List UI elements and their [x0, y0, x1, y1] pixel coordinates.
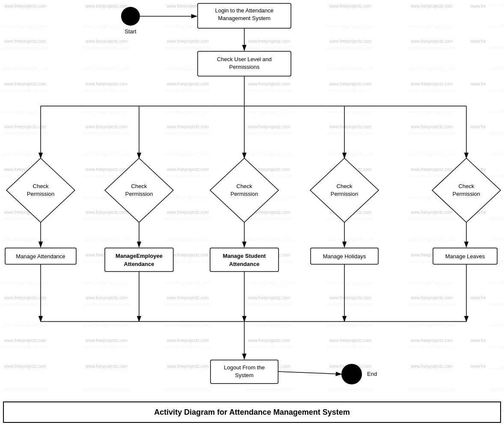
- svg-text:www.freeprojectz.com: www.freeprojectz.com: [85, 338, 127, 343]
- svg-text:www.freeprojectz.com: www.freeprojectz.com: [166, 338, 209, 343]
- start-node: [121, 7, 140, 26]
- svg-text:www.fre: www.fre: [470, 338, 486, 343]
- svg-text:www.freeprojectz.com: www.freeprojectz.com: [248, 82, 290, 86]
- svg-text:www.fre: www.fre: [470, 295, 486, 300]
- diamond2-text1: Check: [131, 183, 147, 189]
- svg-text:www.freeprojectz.com: www.freeprojectz.com: [410, 338, 453, 343]
- svg-text:www.freeprojectz.com: www.freeprojectz.com: [329, 82, 371, 86]
- svg-text:www.freeprojectz.com: www.freeprojectz.com: [410, 210, 453, 215]
- svg-text:www.freeprojectz.com: www.freeprojectz.com: [410, 167, 453, 172]
- manage-employee-box: [105, 248, 173, 272]
- svg-text:www.freeprojectz.com: www.freeprojectz.com: [166, 82, 209, 86]
- watermark: www.freeprojectz.com: [410, 4, 453, 9]
- svg-text:www.fre: www.fre: [470, 364, 486, 369]
- svg-text:www.freeprojectz.com: www.freeprojectz.com: [166, 295, 209, 300]
- diamond3-text2: Permission: [231, 191, 258, 197]
- diagram-area: www.freeprojectz.com www.freeprojectz.co…: [0, 0, 504, 425]
- logout-text2: System: [235, 372, 253, 378]
- svg-text:www.fre: www.fre: [470, 82, 486, 86]
- svg-text:www.freeprojectz.com: www.freeprojectz.com: [4, 295, 46, 300]
- svg-text:www.freeprojectz.com: www.freeprojectz.com: [85, 295, 127, 300]
- svg-text:www.freeprojectz.com: www.freeprojectz.com: [85, 124, 127, 129]
- diamond1-text1: Check: [33, 183, 49, 189]
- svg-text:www.freeprojectz.com: www.freeprojectz.com: [85, 210, 127, 215]
- svg-text:www.freeprojectz.com: www.freeprojectz.com: [4, 39, 46, 44]
- check-user-text-1: Check User Level and: [217, 56, 272, 62]
- svg-text:www.freeprojectz.com: www.freeprojectz.com: [85, 364, 127, 369]
- svg-text:www.freeprojectz.com: www.freeprojectz.com: [410, 295, 453, 300]
- end-label: End: [367, 371, 377, 377]
- svg-text:www.freeprojectz.com: www.freeprojectz.com: [166, 210, 209, 215]
- svg-text:www.freeprojectz.com: www.freeprojectz.com: [166, 364, 209, 369]
- svg-text:www.freeprojectz.com: www.freeprojectz.com: [410, 364, 453, 369]
- diamond4-text1: Check: [337, 183, 353, 189]
- svg-text:www.freeprojectz.com: www.freeprojectz.com: [329, 39, 371, 44]
- svg-text:www.freeprojectz.com: www.freeprojectz.com: [166, 39, 209, 44]
- svg-text:www.freeprojectz.com: www.freeprojectz.com: [329, 338, 371, 343]
- watermark: www.freeprojectz.com: [85, 4, 127, 9]
- diamond3-text1: Check: [237, 183, 252, 189]
- manage-attendance-label: Manage Attendance: [16, 253, 65, 260]
- diagram-title: Activity Diagram for Attendance Manageme…: [154, 408, 350, 416]
- manage-student-box: [210, 248, 279, 272]
- svg-text:www.freeprojectz.com: www.freeprojectz.com: [4, 364, 46, 369]
- login-text-1: Login to the Attendance: [215, 7, 274, 14]
- svg-text:www.freeprojectz.com: www.freeprojectz.com: [85, 82, 127, 86]
- diamond2-text2: Permission: [125, 191, 153, 197]
- logout-text1: Logout From the: [224, 364, 264, 371]
- manage-student-text2: Attendance: [229, 261, 260, 267]
- svg-text:www.freeprojectz.com: www.freeprojectz.com: [85, 39, 127, 44]
- svg-text:www.freeprojectz.com: www.freeprojectz.com: [4, 82, 46, 86]
- svg-text:www.fre: www.fre: [470, 39, 486, 44]
- svg-text:www.freeprojectz.com: www.freeprojectz.com: [166, 167, 209, 172]
- check-user-text-2: Permissions: [229, 64, 260, 70]
- svg-text:www.freeprojectz.com: www.freeprojectz.com: [410, 82, 453, 86]
- end-node: [341, 364, 362, 384]
- manage-employee-text1: ManageEmployee: [116, 253, 163, 259]
- svg-text:www.freeprojectz.com: www.freeprojectz.com: [248, 338, 290, 343]
- svg-text:www.freeprojectz.com: www.freeprojectz.com: [329, 295, 371, 300]
- svg-text:www.freeprojectz.com: www.freeprojectz.com: [248, 295, 290, 300]
- svg-text:www.freeprojectz.com: www.freeprojectz.com: [4, 338, 46, 343]
- watermark: www.freeprojectz.com: [4, 4, 46, 9]
- svg-text:www.freeprojectz.com: www.freeprojectz.com: [410, 39, 453, 44]
- svg-text:www.freeprojectz.com: www.freeprojectz.com: [410, 124, 453, 129]
- login-text-2: Management System: [218, 15, 271, 21]
- svg-text:www.freeprojectz.com: www.freeprojectz.com: [248, 39, 290, 44]
- manage-leaves-label: Manage Leaves: [445, 253, 485, 260]
- diamond1-text2: Permission: [27, 191, 54, 197]
- svg-text:www.freeprojectz.com: www.freeprojectz.com: [248, 124, 290, 129]
- manage-holidays-label: Manage Holidays: [323, 253, 366, 260]
- svg-text:www.fre: www.fre: [470, 124, 486, 129]
- watermark: www.freeprojectz.com: [329, 4, 371, 9]
- manage-employee-text2: Attendance: [124, 261, 154, 267]
- start-label: Start: [125, 28, 136, 35]
- svg-text:www.freeprojectz.com: www.freeprojectz.com: [166, 124, 209, 129]
- diamond5-text2: Permission: [453, 191, 480, 197]
- svg-text:www.freeprojectz.com: www.freeprojectz.com: [329, 124, 371, 129]
- svg-text:www.freeprojectz.com: www.freeprojectz.com: [85, 167, 127, 172]
- diamond5-text1: Check: [459, 183, 474, 189]
- watermark: www.fre: [470, 4, 486, 9]
- manage-student-text1: Manage Student: [223, 253, 266, 259]
- svg-text:www.freeprojectz.com: www.freeprojectz.com: [4, 124, 46, 129]
- diamond4-text2: Permission: [331, 191, 358, 197]
